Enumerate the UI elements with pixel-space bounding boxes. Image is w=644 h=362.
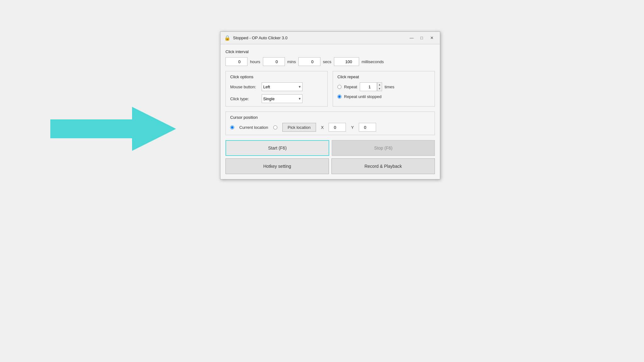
mouse-button-label: Mouse button: bbox=[230, 85, 258, 89]
click-repeat-label: Click repeat bbox=[337, 74, 430, 79]
mins-unit: mins bbox=[287, 59, 296, 64]
stop-button: Stop (F6) bbox=[332, 140, 435, 156]
click-type-row: Click type: Single Double bbox=[230, 94, 323, 103]
y-coord-label: Y bbox=[351, 125, 354, 130]
secs-unit: secs bbox=[323, 59, 331, 64]
hours-input[interactable] bbox=[225, 57, 247, 66]
other-location-radio[interactable] bbox=[273, 125, 277, 129]
ms-unit: milliseconds bbox=[362, 59, 384, 64]
click-options-label: Click options bbox=[230, 74, 323, 79]
click-repeat-section: Click repeat Repeat ▲ ▼ times Re bbox=[333, 71, 435, 107]
repeat-radio-label: Repeat bbox=[344, 85, 357, 89]
current-location-label: Current location bbox=[239, 125, 268, 130]
app-window: 🔒 Stopped - OP Auto Clicker 3.0 — □ ✕ Cl… bbox=[220, 31, 440, 179]
click-interval-section: Click interval hours mins secs milliseco… bbox=[225, 49, 435, 66]
action-buttons-row: Start (F6) Stop (F6) bbox=[225, 140, 435, 156]
pick-location-button[interactable]: Pick location bbox=[282, 123, 316, 132]
title-bar: 🔒 Stopped - OP Auto Clicker 3.0 — □ ✕ bbox=[220, 32, 440, 44]
bottom-buttons-row: Hotkey setting Record & Playback bbox=[225, 158, 435, 174]
title-bar-left: 🔒 Stopped - OP Auto Clicker 3.0 bbox=[224, 35, 287, 41]
repeat-times-row: Repeat ▲ ▼ times bbox=[337, 82, 430, 91]
click-type-dropdown[interactable]: Single Double bbox=[262, 94, 303, 103]
repeat-spinbox: ▲ ▼ bbox=[360, 82, 382, 91]
x-coord-label: X bbox=[321, 125, 324, 130]
repeat-until-label: Repeat until stopped bbox=[344, 94, 381, 99]
cursor-position-section: Cursor position Current location Pick lo… bbox=[225, 112, 435, 135]
mins-input[interactable] bbox=[263, 57, 285, 66]
cursor-row: Current location Pick location X Y bbox=[230, 123, 430, 132]
y-coord-input[interactable] bbox=[359, 123, 376, 132]
svg-marker-0 bbox=[50, 107, 176, 151]
record-playback-button[interactable]: Record & Playback bbox=[331, 158, 435, 174]
interval-row: hours mins secs milliseconds bbox=[225, 57, 435, 66]
window-title: Stopped - OP Auto Clicker 3.0 bbox=[233, 36, 287, 40]
repeat-until-row: Repeat until stopped bbox=[337, 94, 430, 99]
spin-down-button[interactable]: ▼ bbox=[377, 87, 382, 91]
hours-unit: hours bbox=[250, 59, 260, 64]
start-button[interactable]: Start (F6) bbox=[225, 140, 329, 156]
middle-section: Click options Mouse button: Left Right M… bbox=[225, 71, 435, 107]
spin-up-button[interactable]: ▲ bbox=[377, 83, 382, 87]
ms-input[interactable] bbox=[334, 57, 359, 66]
click-options-section: Click options Mouse button: Left Right M… bbox=[225, 71, 328, 107]
click-interval-label: Click interval bbox=[225, 49, 435, 54]
x-coord-input[interactable] bbox=[329, 123, 346, 132]
repeat-radio[interactable] bbox=[337, 85, 341, 89]
mouse-button-dropdown-wrapper: Left Right Middle bbox=[262, 82, 303, 91]
spin-arrows: ▲ ▼ bbox=[377, 82, 382, 91]
times-label: times bbox=[385, 85, 394, 89]
window-controls: — □ ✕ bbox=[407, 34, 436, 42]
cursor-position-label: Cursor position bbox=[230, 115, 430, 120]
maximize-button[interactable]: □ bbox=[417, 34, 426, 42]
secs-input[interactable] bbox=[298, 57, 320, 66]
mouse-button-row: Mouse button: Left Right Middle bbox=[230, 82, 323, 91]
click-type-label: Click type: bbox=[230, 96, 258, 101]
arrow-decoration bbox=[50, 104, 176, 154]
mouse-button-dropdown[interactable]: Left Right Middle bbox=[262, 82, 303, 91]
window-body: Click interval hours mins secs milliseco… bbox=[220, 44, 440, 179]
minimize-button[interactable]: — bbox=[407, 34, 416, 42]
hotkey-button[interactable]: Hotkey setting bbox=[225, 158, 329, 174]
app-icon: 🔒 bbox=[224, 35, 230, 41]
repeat-times-input[interactable] bbox=[360, 82, 377, 91]
repeat-until-radio[interactable] bbox=[337, 95, 341, 99]
click-type-dropdown-wrapper: Single Double bbox=[262, 94, 303, 103]
close-button[interactable]: ✕ bbox=[427, 34, 436, 42]
current-location-radio[interactable] bbox=[230, 125, 234, 129]
